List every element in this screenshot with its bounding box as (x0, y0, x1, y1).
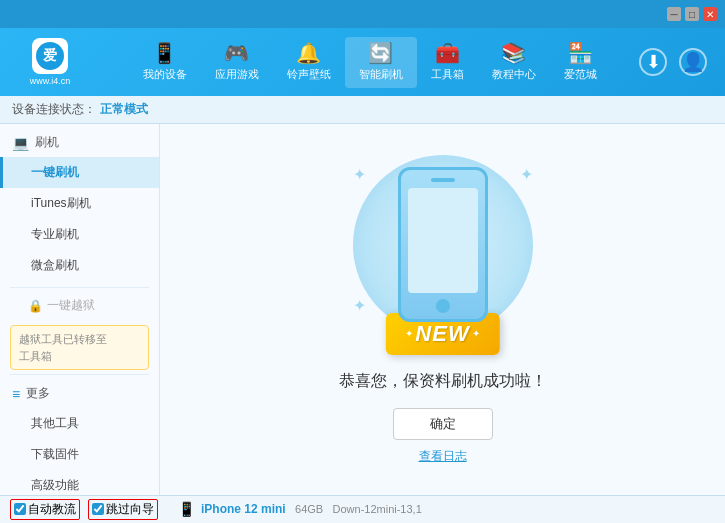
sparkle-right-top: ✦ (520, 165, 533, 184)
toolbox-label: 工具箱 (431, 67, 464, 82)
sidebar-notice: 越狱工具已转移至 工具箱 (10, 325, 149, 370)
new-text: NEW (415, 321, 469, 347)
main-content: 💻 刷机 一键刷机 iTunes刷机 专业刷机 微盒刷机 🔒 一键越狱 越狱工具… (0, 124, 725, 495)
nav-item-toolbox[interactable]: 🧰 工具箱 (417, 37, 478, 88)
phone-small-icon: 📱 (178, 501, 195, 517)
smart-flash-icon: 🔄 (368, 43, 393, 63)
nav-item-my-device[interactable]: 📱 我的设备 (129, 37, 201, 88)
status-bar: 设备连接状态： 正常模式 (0, 96, 725, 124)
auto-flash-label: 自动教流 (28, 501, 76, 518)
auto-flash-checkbox-group: 自动教流 (10, 499, 80, 520)
tutorial-icon: 📚 (501, 43, 526, 63)
apps-label: 应用游戏 (215, 67, 259, 82)
logo-url: www.i4.cn (30, 76, 71, 87)
tutorial-label: 教程中心 (492, 67, 536, 82)
logo-icon: 爱 (32, 38, 68, 74)
apps-icon: 🎮 (224, 43, 249, 63)
device-info: 📱 iPhone 12 mini 64GB Down-12mini-13,1 (178, 501, 422, 517)
jailbreak-group-header: 🔒 一键越狱 (0, 290, 159, 321)
one-click-label: 一键刷机 (31, 165, 79, 179)
nav-item-tutorial[interactable]: 📚 教程中心 (478, 37, 550, 88)
header: 爱 www.i4.cn 📱 我的设备 🎮 应用游戏 🔔 铃声壁纸 🔄 智能刷机 … (0, 28, 725, 96)
phone-speaker (431, 178, 455, 182)
sidebar-divider-1 (10, 287, 149, 288)
smart-flash-label: 智能刷机 (359, 67, 403, 82)
device-name: iPhone 12 mini (201, 502, 286, 516)
notice-text: 越狱工具已转移至 工具箱 (19, 333, 107, 362)
sidebar-item-advanced[interactable]: 高级功能 (0, 470, 159, 495)
confirm-button[interactable]: 确定 (393, 408, 493, 440)
nav-item-ringtone[interactable]: 🔔 铃声壁纸 (273, 37, 345, 88)
sidebar-item-pro-flash[interactable]: 专业刷机 (0, 219, 159, 250)
window-controls: ─ □ ✕ (667, 7, 717, 21)
status-value: 正常模式 (100, 101, 148, 118)
logo-symbol: 爱 (43, 47, 57, 65)
itunes-label: iTunes刷机 (31, 196, 91, 210)
sidebar-item-other-tools[interactable]: 其他工具 (0, 408, 159, 439)
more-label: 更多 (26, 385, 50, 402)
sidebar: 💻 刷机 一键刷机 iTunes刷机 专业刷机 微盒刷机 🔒 一键越狱 越狱工具… (0, 124, 160, 495)
illustration: ✦ ✦ ✦ ✦ NEW ✦ (343, 155, 543, 355)
minimize-button[interactable]: ─ (667, 7, 681, 21)
fan-city-icon: 🏪 (568, 43, 593, 63)
ringtone-label: 铃声壁纸 (287, 67, 331, 82)
user-button[interactable]: 👤 (679, 48, 707, 76)
confirm-button-label: 确定 (430, 415, 456, 433)
download-button[interactable]: ⬇ (639, 48, 667, 76)
nav-item-smart-flash[interactable]: 🔄 智能刷机 (345, 37, 417, 88)
sparkle-bottom-left: ✦ (353, 296, 366, 315)
close-button[interactable]: ✕ (703, 7, 717, 21)
toolbox-icon: 🧰 (435, 43, 460, 63)
fan-city-label: 爱范城 (564, 67, 597, 82)
nav-item-fan-city[interactable]: 🏪 爱范城 (550, 37, 611, 88)
jailbreak-label: 一键越狱 (47, 297, 95, 314)
new-star-right: ✦ (472, 328, 480, 339)
daily-link[interactable]: 查看日志 (419, 448, 467, 465)
bottom-section: 自动教流 跳过向导 📱 iPhone 12 mini 64GB Down-12m… (0, 495, 725, 523)
nav-item-apps[interactable]: 🎮 应用游戏 (201, 37, 273, 88)
device-version: Down-12mini-13,1 (333, 503, 422, 515)
success-message: 恭喜您，保资料刷机成功啦！ (339, 371, 547, 392)
user-icon: 👤 (682, 51, 704, 73)
flash-group-label: 刷机 (35, 134, 59, 151)
other-tools-label: 其他工具 (31, 416, 79, 430)
sidebar-divider-2 (10, 374, 149, 375)
sparkle-left-top: ✦ (353, 165, 366, 184)
device-details: iPhone 12 mini 64GB Down-12mini-13,1 (201, 502, 422, 516)
maximize-button[interactable]: □ (685, 7, 699, 21)
bottom-left-controls: 自动教流 跳过向导 (10, 499, 170, 520)
sidebar-item-one-click[interactable]: 一键刷机 (0, 157, 159, 188)
advanced-label: 高级功能 (31, 478, 79, 492)
circle-background: ✦ ✦ ✦ (353, 155, 533, 335)
header-right: ⬇ 👤 (639, 48, 715, 76)
sidebar-item-download-firmware[interactable]: 下载固件 (0, 439, 159, 470)
download-icon: ⬇ (646, 51, 661, 73)
restore-flash-label: 微盒刷机 (31, 258, 79, 272)
skip-wizard-checkbox[interactable] (92, 503, 104, 515)
phone-screen (408, 188, 478, 293)
more-icon: ≡ (12, 386, 20, 402)
ringtone-icon: 🔔 (296, 43, 321, 63)
status-label: 设备连接状态： (12, 101, 96, 118)
lock-icon: 🔒 (28, 299, 43, 313)
auto-flash-checkbox[interactable] (14, 503, 26, 515)
more-group-header: ≡ 更多 (0, 379, 159, 408)
content-area: ✦ ✦ ✦ ✦ NEW ✦ (160, 124, 725, 495)
nav-items: 📱 我的设备 🎮 应用游戏 🔔 铃声壁纸 🔄 智能刷机 🧰 工具箱 📚 教程中心… (100, 37, 639, 88)
phone-body (398, 167, 488, 322)
sidebar-item-itunes[interactable]: iTunes刷机 (0, 188, 159, 219)
sidebar-item-restore-flash[interactable]: 微盒刷机 (0, 250, 159, 281)
device-row: 自动教流 跳过向导 📱 iPhone 12 mini 64GB Down-12m… (0, 496, 725, 523)
new-star-left: ✦ (405, 328, 413, 339)
download-firmware-label: 下载固件 (31, 447, 79, 461)
my-device-label: 我的设备 (143, 67, 187, 82)
skip-wizard-checkbox-group: 跳过向导 (88, 499, 158, 520)
phone-illustration (398, 167, 488, 322)
skip-wizard-label: 跳过向导 (106, 501, 154, 518)
flash-group-icon: 💻 (12, 135, 29, 151)
flash-section: 💻 刷机 一键刷机 iTunes刷机 专业刷机 微盒刷机 (0, 124, 159, 285)
my-device-icon: 📱 (152, 43, 177, 63)
logo: 爱 www.i4.cn (10, 38, 90, 87)
device-storage: 64GB (295, 503, 323, 515)
phone-button (436, 299, 450, 313)
